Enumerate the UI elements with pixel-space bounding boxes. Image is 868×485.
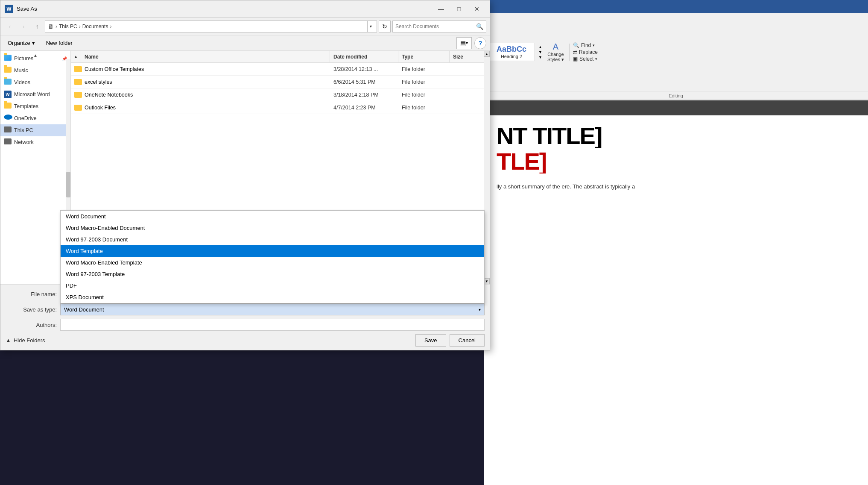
new-folder-btn[interactable]: New folder [42, 38, 76, 48]
file-type-cell: File folder [398, 66, 450, 72]
authors-input[interactable] [60, 319, 485, 331]
back-btn[interactable]: ‹ [4, 21, 16, 32]
pictures-icon [4, 55, 12, 62]
savetype-row: Save as type: Word Document ▾ Word Docum… [6, 303, 485, 315]
new-folder-label: New folder [46, 40, 73, 46]
col-name-label: Name [85, 54, 99, 60]
folder-icon [74, 66, 82, 72]
view-icon: ▤ [460, 40, 466, 47]
address-bar[interactable]: 🖥 › This PC › Documents › ▾ [45, 21, 377, 32]
address-dropdown[interactable]: ▾ [367, 21, 374, 32]
table-row[interactable]: OneNote Notebooks 3/18/2014 2:18 PM File… [71, 88, 484, 101]
dropdown-item[interactable]: Word Document [61, 211, 484, 222]
word-icon: W [5, 5, 13, 13]
doc-body: lly a short summary of the ere. The abst… [497, 182, 855, 191]
minimize-btn[interactable]: — [433, 3, 450, 15]
savetype-label: Save as type: [6, 306, 57, 313]
title-controls: — □ ✕ [433, 3, 485, 15]
file-rows: Custom Office Templates 3/28/2014 12:13 … [71, 63, 484, 114]
save-btn[interactable]: Save [415, 334, 446, 347]
table-row[interactable]: Outlook Files 4/7/2014 2:23 PM File fold… [71, 101, 484, 114]
sidebar-network-label: Network [14, 139, 34, 145]
v-scroll-down[interactable]: ▼ [484, 278, 490, 284]
dropdown-item[interactable]: XPS Document [61, 291, 484, 303]
heading2-label: Heading 2 [501, 54, 522, 59]
filename-label: File name: [6, 291, 57, 297]
file-type-cell: File folder [398, 92, 450, 98]
replace-btn[interactable]: ⇄ Replace [573, 49, 598, 55]
cancel-btn[interactable]: Cancel [450, 334, 485, 347]
sidebar-item-msword[interactable]: W Microsoft Word [0, 88, 70, 100]
sidebar-item-thispc[interactable]: This PC [0, 124, 70, 136]
heading2-sample: AaBbCc [497, 45, 526, 54]
savetype-arrow: ▾ [479, 307, 481, 312]
breadcrumb-thispc[interactable]: This PC [59, 24, 77, 29]
savetype-wrapper: Word Document ▾ Word DocumentWord Macro-… [60, 303, 485, 315]
change-styles-label: Change [547, 52, 564, 57]
savetype-select[interactable]: Word Document ▾ [60, 303, 485, 315]
v-scroll-track[interactable] [484, 57, 490, 278]
breadcrumb-documents[interactable]: Documents [82, 24, 108, 29]
styles-scroll-up[interactable]: ▲ [538, 45, 542, 49]
find-btn[interactable]: 🔍 Find ▾ [573, 42, 598, 48]
hide-folders-btn[interactable]: ▲ Hide Folders [6, 335, 45, 345]
maximize-btn[interactable]: □ [450, 3, 468, 15]
sidebar-item-network[interactable]: Network [0, 136, 70, 148]
file-date-cell: 4/7/2014 2:23 PM [330, 105, 398, 111]
sidebar-item-onedrive[interactable]: OneDrive [0, 112, 70, 124]
folder-icon [74, 105, 82, 111]
sort-up-btn[interactable]: ▲ [71, 51, 81, 62]
sidebar-item-videos[interactable]: Videos [0, 76, 70, 88]
organize-btn[interactable]: Organize ▾ [4, 38, 39, 48]
col-name-header[interactable]: Name [81, 51, 330, 62]
v-scroll-up[interactable]: ▲ [484, 51, 490, 57]
close-btn[interactable]: ✕ [468, 3, 485, 15]
view-btn[interactable]: ▤ ▾ [456, 37, 472, 49]
col-size-header[interactable]: Size [450, 51, 484, 62]
change-styles-label2: Styles ▾ [547, 57, 564, 62]
file-name-cell: Custom Office Templates [71, 66, 330, 72]
templates-icon [4, 103, 12, 110]
dropdown-item[interactable]: Word Macro-Enabled Document [61, 222, 484, 234]
styles-scroll-down[interactable]: ▼ [538, 50, 542, 54]
file-name: excel styles [85, 79, 112, 85]
dropdown-item[interactable]: Word Template [61, 245, 484, 257]
organize-arrow: ▾ [32, 40, 35, 46]
sidebar-item-templates[interactable]: Templates [0, 100, 70, 112]
table-row[interactable]: Custom Office Templates 3/28/2014 12:13 … [71, 63, 484, 76]
col-type-header[interactable]: Type [398, 51, 450, 62]
select-arrow: ▾ [595, 57, 597, 61]
styles-dropdown[interactable]: ▼ [538, 55, 542, 59]
col-date-header[interactable]: Date modified [330, 51, 398, 62]
dropdown-item[interactable]: Word Macro-Enabled Template [61, 257, 484, 268]
search-box[interactable]: 🔍 [392, 21, 486, 32]
sidebar-item-music[interactable]: Music [0, 65, 70, 76]
file-name-cell: OneNote Notebooks [71, 92, 330, 98]
dropdown-item[interactable]: Word 97-2003 Template [61, 268, 484, 280]
file-date-cell: 6/6/2014 5:31 PM [330, 79, 398, 85]
breadcrumb-icon: 🖥 [48, 23, 54, 30]
sep2: › [79, 24, 81, 29]
file-date-cell: 3/18/2014 2:18 PM [330, 92, 398, 98]
search-input[interactable] [395, 24, 474, 29]
forward-btn[interactable]: › [18, 21, 29, 32]
save-as-dialog: W Save As — □ ✕ ‹ › ↑ 🖥 › This PC › Docu… [0, 0, 490, 350]
help-btn[interactable]: ? [474, 37, 486, 49]
select-btn[interactable]: ▣ Select ▾ [573, 56, 598, 62]
table-row[interactable]: excel styles 6/6/2014 5:31 PM File folde… [71, 76, 484, 88]
file-name-cell: excel styles [71, 79, 330, 85]
change-styles-btn[interactable]: A Change Styles ▾ [546, 40, 566, 64]
dropdown-item[interactable]: PDF [61, 280, 484, 291]
hide-folders-icon: ▲ [6, 337, 11, 344]
file-list-header: ▲ Name Date modified Type Size [71, 51, 484, 63]
sidebar-msword-label: Microsoft Word [14, 91, 50, 97]
authors-row: Authors: [6, 319, 485, 331]
refresh-btn[interactable]: ↻ [379, 21, 391, 32]
nav-toolbar: ‹ › ↑ 🖥 › This PC › Documents › ▾ ↻ 🔍 [0, 18, 490, 35]
sidebar-scroll-thumb[interactable] [66, 172, 70, 197]
savetype-dropdown[interactable]: Word DocumentWord Macro-Enabled Document… [60, 210, 485, 303]
dropdown-item[interactable]: Word 97-2003 Document [61, 234, 484, 245]
bottom-form: File name: Type the document title ▾ Sav… [0, 284, 490, 350]
up-btn[interactable]: ↑ [31, 21, 43, 32]
replace-label: Replace [579, 49, 598, 55]
